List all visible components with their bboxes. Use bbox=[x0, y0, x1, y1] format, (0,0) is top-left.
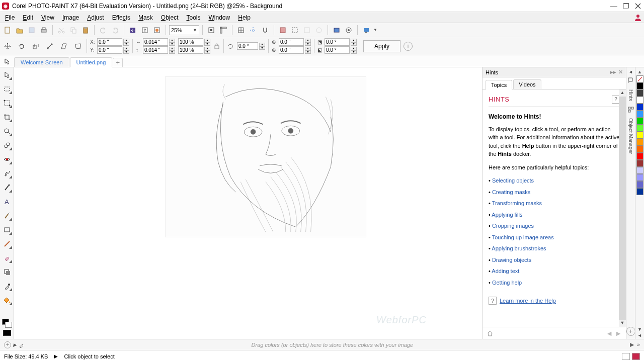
mask-rect-tool[interactable] bbox=[2, 83, 13, 95]
scroll-up-button[interactable]: ▲ bbox=[619, 89, 626, 97]
rectangle-tool[interactable] bbox=[2, 224, 13, 235]
undo-button[interactable] bbox=[98, 25, 109, 36]
hints-forward-button[interactable]: ► bbox=[615, 329, 622, 337]
open-button[interactable] bbox=[14, 25, 25, 36]
mask-marque-button[interactable] bbox=[289, 25, 300, 36]
pick-tool[interactable] bbox=[2, 69, 13, 80]
save-button[interactable] bbox=[26, 25, 37, 36]
add-docker-button[interactable]: + bbox=[626, 327, 635, 336]
hints-topic-link[interactable]: Creating masks bbox=[492, 189, 530, 195]
docker-collapse-button[interactable]: ▸▸ bbox=[610, 69, 616, 75]
hints-topic-link[interactable]: Getting help bbox=[492, 280, 522, 286]
color-swatch[interactable] bbox=[636, 146, 643, 153]
app-launcher-button[interactable] bbox=[361, 25, 372, 36]
cut-button[interactable] bbox=[56, 25, 67, 36]
color-swatch[interactable] bbox=[636, 153, 643, 160]
status-color-fill[interactable] bbox=[632, 353, 640, 360]
scroll-thumb[interactable] bbox=[619, 97, 626, 320]
menu-effects[interactable]: Effects bbox=[108, 13, 134, 22]
hints-topic-link[interactable]: Applying fills bbox=[492, 212, 522, 218]
hints-topic-link[interactable]: Transforming masks bbox=[492, 200, 542, 206]
color-swatch[interactable] bbox=[636, 82, 643, 89]
clear-mask-button[interactable] bbox=[301, 25, 312, 36]
hints-back-button[interactable]: ◄ bbox=[606, 329, 613, 337]
liquid-tool[interactable] bbox=[2, 168, 13, 179]
lock-ratio-icon[interactable] bbox=[213, 43, 220, 50]
y-input[interactable]: 0.0 " bbox=[97, 46, 122, 54]
w-input[interactable]: 0.014 " bbox=[143, 38, 168, 46]
palette-expand[interactable]: » bbox=[637, 341, 640, 347]
no-color-swatch[interactable] bbox=[636, 75, 643, 82]
fill-color[interactable] bbox=[3, 330, 11, 336]
eyedropper-small-icon[interactable] bbox=[19, 342, 25, 348]
side-tab-hints[interactable]: Hints bbox=[627, 87, 634, 103]
skx-input[interactable]: 0.0 ° bbox=[325, 38, 350, 46]
palette-flyout-button[interactable]: ◄ bbox=[637, 333, 642, 339]
clone-tool[interactable] bbox=[2, 140, 13, 151]
print-button[interactable] bbox=[38, 25, 49, 36]
menu-edit[interactable]: Edit bbox=[19, 13, 37, 22]
tab-untitled[interactable]: Untitled.png bbox=[70, 57, 113, 67]
apply-button[interactable]: Apply bbox=[363, 40, 400, 52]
color-swatch[interactable] bbox=[636, 97, 643, 104]
mask-transform-tool[interactable] bbox=[2, 98, 13, 109]
hints-topic-link[interactable]: Applying brushstrokes bbox=[492, 245, 546, 251]
red-eye-tool[interactable] bbox=[2, 154, 13, 165]
learn-more-link[interactable]: Learn more in the Help bbox=[500, 297, 556, 305]
menu-image[interactable]: Image bbox=[58, 13, 83, 22]
hints-topic-link[interactable]: Selecting objects bbox=[492, 177, 534, 184]
color-swatch[interactable] bbox=[636, 111, 643, 118]
status-color-proof[interactable] bbox=[622, 353, 630, 360]
menu-object[interactable]: Object bbox=[157, 13, 183, 22]
paint-tool[interactable] bbox=[2, 210, 13, 221]
sky-input[interactable]: 0.0 ° bbox=[325, 46, 350, 54]
canvas-area[interactable]: WebforPC bbox=[14, 67, 482, 339]
expand-dockers-button[interactable]: ◄ bbox=[628, 69, 633, 74]
import-button[interactable] bbox=[127, 25, 138, 36]
hints-topic-link[interactable]: Cropping images bbox=[492, 223, 534, 229]
zoom-tool[interactable] bbox=[2, 126, 13, 137]
color-swatch[interactable] bbox=[636, 160, 643, 167]
hints-tab-topics[interactable]: Topics bbox=[486, 80, 512, 89]
add-preset-button[interactable]: + bbox=[404, 42, 413, 51]
menu-window[interactable]: Window bbox=[205, 13, 234, 22]
cy-input[interactable]: 0.0 " bbox=[279, 46, 304, 54]
eraser-tool[interactable] bbox=[2, 252, 13, 263]
eyedropper-tool[interactable] bbox=[2, 281, 13, 292]
rotation-input[interactable]: 0.0 ° bbox=[237, 42, 258, 50]
status-play-icon[interactable]: ▶ bbox=[54, 353, 58, 359]
user-account-icon[interactable] bbox=[634, 14, 642, 22]
export-button[interactable] bbox=[139, 25, 150, 36]
snap-button[interactable] bbox=[260, 25, 271, 36]
hints-topic-link[interactable]: Touching up image areas bbox=[492, 234, 554, 240]
line-tool[interactable] bbox=[2, 238, 13, 249]
color-swatch[interactable] bbox=[636, 132, 643, 139]
color-swatch[interactable] bbox=[636, 181, 643, 188]
object-manager-icon[interactable] bbox=[627, 106, 634, 113]
side-tab-object-manager[interactable]: Object Manager bbox=[627, 116, 634, 156]
palette-right-arrow[interactable]: ▶ bbox=[630, 341, 634, 347]
menu-tools[interactable]: Tools bbox=[183, 13, 205, 22]
add-tab-button[interactable]: + bbox=[113, 58, 123, 67]
minimize-button[interactable]: — bbox=[608, 2, 620, 11]
color-swatch[interactable] bbox=[636, 167, 643, 174]
palette-up-button[interactable]: ▲ bbox=[637, 69, 642, 75]
hints-topic-link[interactable]: Adding text bbox=[492, 268, 519, 274]
launch-button[interactable] bbox=[331, 25, 342, 36]
color-swatch[interactable] bbox=[636, 188, 643, 195]
show-grid-button[interactable] bbox=[235, 25, 247, 36]
home-icon[interactable] bbox=[487, 330, 494, 337]
maximize-button[interactable]: ❐ bbox=[620, 2, 632, 11]
app-launcher-dropdown[interactable]: ▼ bbox=[373, 28, 378, 32]
show-rulers-button[interactable] bbox=[218, 25, 229, 36]
menu-adjust[interactable]: Adjust bbox=[83, 13, 108, 22]
mask-overlay-button[interactable] bbox=[277, 25, 288, 36]
hints-docker-icon[interactable] bbox=[627, 77, 634, 84]
show-guidelines-button[interactable] bbox=[248, 25, 259, 36]
redo-button[interactable] bbox=[110, 25, 121, 36]
pick-tool-icon[interactable] bbox=[4, 58, 10, 64]
cx-input[interactable]: 0.0 " bbox=[279, 38, 304, 46]
x-input[interactable]: 0.0 " bbox=[97, 38, 122, 46]
color-swatch[interactable] bbox=[636, 174, 643, 181]
sx-input[interactable]: 100 % bbox=[178, 38, 203, 46]
